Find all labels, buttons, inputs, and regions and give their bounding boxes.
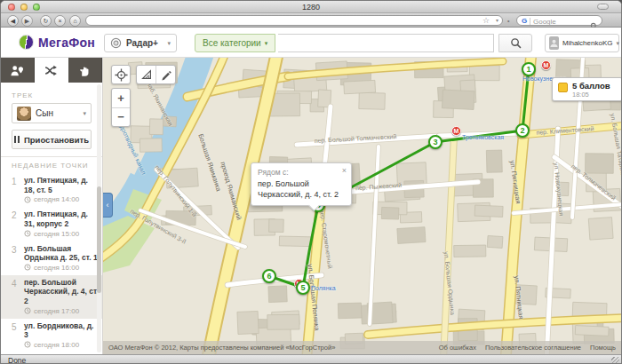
url-input[interactable]: ☆ ▾ bbox=[85, 15, 503, 26]
reload-button[interactable]: ↻ bbox=[40, 15, 52, 27]
route-point-marker[interactable]: 1 bbox=[522, 62, 536, 76]
chevron-down-icon: ▾ bbox=[616, 40, 619, 47]
search-engine-icon[interactable]: G bbox=[522, 17, 527, 26]
person-pin-icon bbox=[10, 64, 25, 77]
track-section-label: ТРЕК bbox=[12, 91, 92, 99]
route-point-marker[interactable]: 2 bbox=[515, 123, 530, 138]
avatar bbox=[549, 36, 559, 50]
tracked-person-avatar bbox=[17, 107, 31, 121]
resize-grip[interactable] bbox=[611, 357, 619, 364]
tab-places[interactable] bbox=[68, 58, 102, 83]
map-footer-link[interactable]: Об ошибках bbox=[439, 344, 476, 352]
clock-icon bbox=[24, 264, 31, 271]
clock-icon bbox=[24, 230, 31, 237]
pause-tracking-button[interactable]: Приостановить bbox=[12, 130, 92, 149]
point-number: 1 bbox=[12, 176, 19, 203]
sidebar-tabbar bbox=[1, 58, 102, 83]
service-dropdown[interactable]: Радар+ ▾ bbox=[104, 34, 177, 52]
sidebar-collapse-handle[interactable]: ‹ bbox=[103, 193, 113, 218]
metro-station-label: Третьяковская bbox=[462, 134, 504, 140]
traffic-badge-time: 18:05 bbox=[572, 91, 610, 99]
recent-points-label: НЕДАВНИЕ ТОЧКИ bbox=[12, 162, 102, 170]
map-canvas[interactable]: Рядом с: × пер. Большой Черкасский, д. 4… bbox=[103, 58, 621, 354]
web-search-input[interactable]: G Google bbox=[516, 15, 602, 26]
zoom-out-button[interactable]: − bbox=[112, 107, 130, 127]
point-address: ул. Большая Ордынка д. 25, ст. 1 bbox=[24, 244, 99, 263]
zoom-control: + − bbox=[111, 88, 131, 127]
categories-dropdown[interactable]: Все категории ▾ bbox=[195, 34, 275, 52]
recent-point-item[interactable]: 2ул. Пятницкая, д. 31, корпус 2сегодня 1… bbox=[1, 207, 102, 241]
metro-station-icon[interactable]: М bbox=[451, 126, 461, 136]
sidebar-scrollbar-thumb[interactable] bbox=[97, 186, 101, 293]
recent-point-item[interactable]: 3ул. Большая Ордынка д. 25, ст. 1сегодня… bbox=[1, 241, 102, 275]
status-text: Done bbox=[8, 356, 26, 364]
categories-label: Все категории bbox=[203, 38, 261, 48]
popup-close-icon[interactable]: × bbox=[342, 166, 347, 175]
pencil-button[interactable] bbox=[156, 66, 175, 83]
route-shuffle-icon bbox=[44, 64, 59, 77]
tab-contacts[interactable] bbox=[1, 58, 35, 83]
route-point-marker[interactable]: 6 bbox=[262, 269, 276, 283]
service-dropdown-label: Радар+ bbox=[126, 38, 158, 48]
magnifier-icon bbox=[510, 37, 522, 49]
forward-icon: ▶ bbox=[25, 18, 29, 24]
pencil-icon bbox=[160, 68, 172, 81]
browser-window: 1280 ◀ ▶ ↻ × ⌂ ☆ ▾ • G Google МегаФон Ра… bbox=[0, 0, 622, 364]
hand-icon bbox=[78, 64, 91, 77]
chevron-down-icon: ▾ bbox=[265, 40, 268, 47]
locate-button[interactable] bbox=[111, 65, 131, 84]
point-time: сегодня 17:00 bbox=[24, 307, 99, 315]
user-menu[interactable]: MihalchenkoKG ▾ bbox=[545, 34, 619, 52]
recent-point-item[interactable]: 4пер. Большой Черкасский, д. 4, ст. 2сег… bbox=[1, 275, 102, 319]
recent-point-item[interactable]: 5ул. Бордникова, д. 3сегодня 18:00 bbox=[1, 319, 102, 352]
chevron-down-icon: ▾ bbox=[167, 40, 171, 47]
toolbar-separator: • bbox=[507, 18, 509, 24]
bookmark-star-icon[interactable]: ☆ bbox=[482, 16, 490, 26]
map-footer-link[interactable]: Помощь bbox=[590, 344, 616, 352]
stop-button[interactable]: × bbox=[54, 15, 66, 27]
point-address: ул. Пятницкая, д. 31, корпус 2 bbox=[24, 210, 99, 228]
user-name: MihalchenkoKG bbox=[562, 39, 612, 47]
metro-station-label: Полянка bbox=[311, 285, 336, 291]
ruler-button[interactable] bbox=[137, 66, 156, 83]
pause-button-label: Приостановить bbox=[24, 135, 89, 145]
route-point-marker[interactable]: 5 bbox=[296, 281, 310, 295]
point-number: 5 bbox=[12, 321, 19, 349]
tab-track[interactable] bbox=[35, 58, 68, 83]
point-time: сегодня 18:00 bbox=[24, 341, 99, 349]
web-search-placeholder: Google bbox=[533, 18, 556, 27]
ruler-icon bbox=[140, 68, 153, 81]
route-point-marker[interactable]: 3 bbox=[428, 135, 443, 149]
tracked-person-dropdown[interactable]: Сын ▾ bbox=[12, 103, 92, 123]
browser-toolbar: ◀ ▶ ↻ × ⌂ ☆ ▾ • G Google bbox=[1, 13, 621, 28]
megafon-logo-text: МегаФон bbox=[38, 36, 95, 50]
measure-draw-controls bbox=[136, 65, 176, 84]
back-icon: ◀ bbox=[11, 18, 15, 24]
traffic-badge[interactable]: 5 баллов 18:05 bbox=[552, 77, 621, 101]
home-button[interactable]: ⌂ bbox=[69, 15, 81, 27]
zoom-in-button[interactable]: + bbox=[112, 89, 130, 107]
metro-station-icon[interactable]: М bbox=[541, 60, 551, 70]
chevron-down-icon: ▾ bbox=[83, 110, 86, 117]
radar-icon bbox=[110, 37, 122, 49]
point-number: 4 bbox=[12, 278, 19, 315]
forward-button[interactable]: ▶ bbox=[21, 15, 33, 27]
toolbar-toggle-button[interactable] bbox=[597, 4, 609, 10]
megafon-logo[interactable]: МегаФон bbox=[19, 35, 95, 50]
browser-titlebar: 1280 bbox=[1, 1, 621, 13]
back-button[interactable]: ◀ bbox=[7, 15, 19, 27]
tracked-person-name: Сын bbox=[36, 108, 53, 118]
map-search-button[interactable] bbox=[498, 34, 532, 52]
pause-icon bbox=[14, 136, 20, 143]
map-search-input[interactable] bbox=[278, 34, 494, 52]
map-footer-link[interactable]: Пользовательское соглашение bbox=[485, 344, 581, 352]
url-dropdown-icon[interactable]: ▾ bbox=[496, 16, 498, 26]
sidebar-scrollbar[interactable] bbox=[97, 84, 101, 352]
clock-icon bbox=[24, 341, 31, 348]
point-address: ул. Пятницкая, д. 18, ст. 5 bbox=[24, 176, 99, 194]
traffic-level-icon bbox=[558, 83, 568, 92]
point-time: сегодня 14:00 bbox=[24, 195, 99, 203]
app-header: МегаФон Радар+ ▾ Все категории ▾ Mihalch… bbox=[1, 28, 621, 58]
recent-point-item[interactable]: 1ул. Пятницкая, д. 18, ст. 5сегодня 14:0… bbox=[1, 173, 102, 207]
popup-title: Рядом с: bbox=[258, 168, 345, 177]
